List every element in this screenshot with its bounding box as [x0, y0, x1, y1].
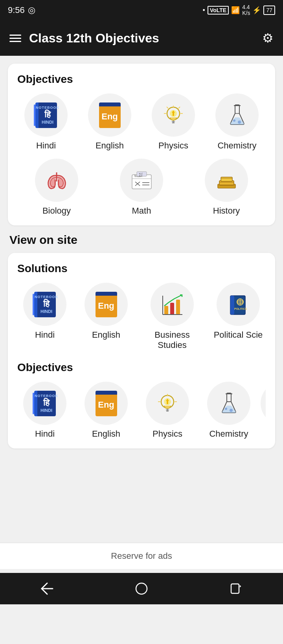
history-label: History	[213, 206, 240, 216]
sol-eng-book: Eng	[96, 292, 117, 317]
main-content: Objectives NOTEBOOK हि HINDI Hindi	[0, 56, 283, 535]
physics-label: Physics	[158, 141, 188, 151]
subject-chemistry[interactable]: Chemistry	[208, 93, 266, 151]
math-icon-circle: Math ∑∫	[120, 159, 163, 202]
svg-point-12	[233, 119, 235, 122]
charging-icon: ⚡	[252, 6, 261, 15]
solutions-title: Solutions	[17, 262, 266, 275]
obj2-hindi[interactable]: NOTEBOOK हि HINDI Hindi	[17, 382, 72, 439]
svg-text:POLITICS: POLITICS	[234, 307, 247, 310]
objectives-row1: NOTEBOOK हि HINDI Hindi Eng English	[17, 93, 266, 151]
home-button[interactable]	[134, 582, 149, 596]
sol-hindi-icon: NOTEBOOK हि HINDI	[23, 283, 66, 326]
page-title: Class 12th Objectives	[29, 31, 159, 46]
sol-business[interactable]: Business Studies	[140, 283, 204, 350]
status-left: 9:56 ◎	[8, 5, 35, 15]
obj2-hindi-label: Hindi	[35, 429, 55, 439]
svg-rect-31	[170, 303, 174, 315]
recent-button[interactable]	[229, 582, 243, 596]
subject-math[interactable]: Math ∑∫ Math	[102, 159, 181, 216]
sol-polsci-icon: POLITICS	[217, 283, 260, 326]
ads-label: Reserve for ads	[111, 551, 172, 561]
bottom-nav	[0, 573, 283, 604]
menu-button[interactable]	[9, 35, 21, 42]
business-chart-icon	[160, 292, 185, 317]
subject-hindi[interactable]: NOTEBOOK हि HINDI Hindi	[17, 93, 75, 151]
subject-history[interactable]: History	[187, 159, 266, 216]
status-time: 9:56	[8, 5, 25, 15]
svg-text:∑∫: ∑∫	[139, 172, 143, 176]
obj2-physics[interactable]: Physics	[140, 382, 195, 439]
dot-indicator: •	[203, 6, 205, 15]
svg-rect-36	[230, 296, 234, 315]
back-icon	[40, 582, 54, 596]
subject-physics[interactable]: Physics	[145, 93, 202, 151]
sol-hindi-book: NOTEBOOK हि HINDI	[34, 292, 56, 317]
view-on-site-label: View on site	[8, 233, 275, 247]
signal-bars: 📶	[231, 6, 240, 15]
obj2-english-label: English	[92, 429, 120, 439]
sol-hindi-label: Hindi	[35, 330, 55, 340]
svg-point-54	[136, 583, 147, 594]
obj2-chemistry-icon	[207, 382, 250, 425]
back-button[interactable]	[40, 582, 54, 596]
obj2-chemistry[interactable]: Chemistry	[201, 382, 256, 439]
physics-icon-circle	[152, 93, 195, 137]
obj2-biology[interactable]: Biolo	[263, 382, 266, 439]
sol-polsci[interactable]: POLITICS Political Scie	[211, 283, 266, 350]
app-header: Class 12th Objectives ⚙	[0, 20, 283, 56]
volte-badge: VoLTE	[208, 6, 229, 15]
chemistry-label: Chemistry	[217, 141, 256, 151]
solutions-row: NOTEBOOK हि HINDI Hindi Eng English	[17, 283, 266, 350]
biology-icon-circle	[35, 159, 78, 202]
obj2-english[interactable]: Eng English	[79, 382, 134, 439]
svg-rect-10	[235, 105, 239, 113]
radio-icon: ◎	[28, 5, 35, 15]
obj2-biology-icon	[261, 382, 266, 425]
sol-hindi[interactable]: NOTEBOOK हि HINDI Hindi	[17, 283, 72, 350]
obj2-english-icon: Eng	[85, 382, 128, 425]
history-icon-circle	[205, 159, 248, 202]
battery-icon: 77	[263, 5, 275, 15]
recent-icon	[229, 582, 243, 596]
subject-english[interactable]: Eng English	[81, 93, 138, 151]
sol-polsci-label: Political Scie	[214, 330, 263, 340]
svg-rect-32	[176, 300, 180, 315]
english-icon-circle: Eng	[88, 93, 131, 137]
status-bar: 9:56 ◎ • VoLTE 📶 4.4K/s ⚡ 77	[0, 0, 283, 20]
spacer	[8, 456, 275, 535]
svg-point-13	[238, 121, 241, 124]
objectives-title: Objectives	[17, 73, 266, 86]
svg-point-52	[225, 408, 227, 410]
speed-indicator: 4.4K/s	[242, 4, 250, 16]
obj2-bulb-icon	[155, 391, 180, 416]
svg-line-8	[178, 107, 180, 108]
sol-english-label: English	[92, 330, 120, 340]
solutions-card: Solutions NOTEBOOK हि HINDI Hindi	[8, 253, 275, 448]
obj2-eng-book: Eng	[96, 391, 117, 416]
sol-business-icon	[151, 283, 194, 326]
obj2-hindi-book: NOTEBOOK हि HINDI	[34, 391, 56, 416]
politics-book-icon: POLITICS	[226, 292, 251, 317]
obj2-physics-icon	[146, 382, 189, 425]
svg-point-53	[230, 409, 233, 412]
bulb-icon	[161, 102, 186, 128]
svg-rect-26	[221, 177, 232, 181]
subject-biology[interactable]: Biology	[17, 159, 96, 216]
sol-business-label: Business Studies	[140, 330, 204, 350]
objectives-card: Objectives NOTEBOOK हि HINDI Hindi	[8, 64, 275, 225]
svg-line-7	[167, 107, 168, 108]
sol-english[interactable]: Eng English	[79, 283, 134, 350]
ads-bar: Reserve for ads	[0, 543, 283, 569]
flask-icon	[224, 102, 250, 128]
header-left: Class 12th Objectives	[9, 31, 159, 46]
hindi-label: Hindi	[36, 141, 56, 151]
eng-book-icon: Eng	[99, 102, 121, 128]
svg-rect-50	[227, 393, 231, 402]
chemistry-icon-circle	[215, 93, 259, 137]
objectives2-row: NOTEBOOK हि HINDI Hindi Eng English	[17, 382, 266, 439]
hindi-icon-circle: NOTEBOOK हि HINDI	[24, 93, 68, 137]
obj2-flask-icon	[216, 391, 242, 416]
settings-button[interactable]: ⚙	[262, 31, 274, 46]
home-icon	[134, 582, 149, 596]
